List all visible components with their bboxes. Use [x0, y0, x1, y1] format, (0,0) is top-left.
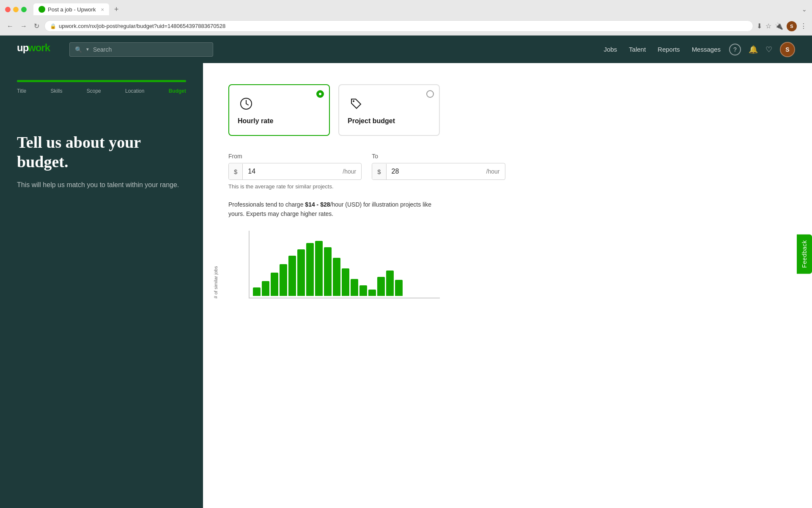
- chart-bar: [395, 280, 403, 296]
- chart-bar: [280, 264, 287, 296]
- step-scope[interactable]: Scope: [87, 88, 101, 94]
- clock-icon: [238, 95, 255, 112]
- progress-steps: Title Skills Scope Location Budget: [17, 88, 186, 94]
- progress-fill: [17, 80, 186, 82]
- left-content: Tell us about your budget. This will hel…: [17, 133, 186, 190]
- browser-chrome: Post a job - Upwork × + ⌄ ← → ↻ 🔒 upwork…: [0, 0, 812, 36]
- feedback-button[interactable]: Feedback: [797, 234, 812, 273]
- chart-bar: [253, 287, 261, 296]
- user-avatar[interactable]: S: [780, 42, 795, 57]
- chart-bar: [288, 256, 296, 296]
- chart-bar: [324, 247, 332, 296]
- rate-section: From $ /hour To $ /hour: [228, 153, 440, 190]
- search-icon: 🔍: [75, 46, 82, 53]
- progress-container: Title Skills Scope Location Budget: [17, 80, 186, 94]
- to-group: To $ /hour: [372, 153, 505, 180]
- refresh-button[interactable]: ↻: [32, 20, 41, 32]
- from-input[interactable]: [243, 163, 337, 179]
- to-input[interactable]: [387, 163, 481, 179]
- wishlist-icon[interactable]: ♡: [765, 45, 772, 54]
- page-heading: Tell us about your budget.: [17, 133, 186, 171]
- info-text: Professionals tend to charge $14 - $28/h…: [228, 200, 440, 219]
- hourly-radio[interactable]: [316, 90, 324, 98]
- browser-menu-button[interactable]: ⋮: [800, 22, 807, 30]
- extension-button[interactable]: 🔌: [775, 22, 783, 30]
- minimize-dot[interactable]: [13, 7, 19, 12]
- hourly-rate-label: Hourly rate: [238, 117, 273, 125]
- search-bar[interactable]: 🔍 ▼ Search: [69, 42, 213, 57]
- info-rate-range: $14 - $28: [305, 201, 330, 208]
- page-subtext: This will help us match you to talent wi…: [17, 180, 186, 190]
- address-bar[interactable]: 🔒 upwork.com/nx/job-post/regular/budget?…: [44, 20, 753, 32]
- upwork-logo[interactable]: up work: [17, 42, 59, 57]
- svg-point-5: [353, 100, 354, 102]
- chart-bar: [262, 281, 269, 296]
- rate-row: From $ /hour To $ /hour: [228, 153, 440, 180]
- nav-reports[interactable]: Reports: [658, 46, 680, 53]
- expand-tabs-icon[interactable]: ⌄: [802, 6, 807, 13]
- to-input-wrap: $ /hour: [372, 163, 505, 180]
- browser-profile[interactable]: S: [787, 21, 797, 31]
- left-panel: Title Skills Scope Location Budget Tell …: [0, 63, 203, 508]
- address-text: upwork.com/nx/job-post/regular/budget?ui…: [59, 23, 748, 29]
- chart-bar: [377, 277, 385, 296]
- right-content: Hourly rate Project budget: [228, 84, 440, 298]
- new-tab-button[interactable]: +: [114, 5, 119, 14]
- rate-hint: This is the average rate for similar pro…: [228, 183, 440, 190]
- step-title[interactable]: Title: [17, 88, 26, 94]
- tab-close-button[interactable]: ×: [101, 6, 104, 13]
- from-label: From: [228, 153, 362, 160]
- to-label: To: [372, 153, 505, 160]
- chart-section: # of similar jobs: [228, 231, 440, 298]
- project-budget-card[interactable]: Project budget: [338, 84, 440, 136]
- svg-text:work: work: [27, 42, 51, 53]
- feedback-container: Feedback: [797, 234, 812, 273]
- svg-text:up: up: [17, 42, 29, 53]
- close-dot[interactable]: [5, 7, 11, 12]
- chart-bar: [333, 258, 340, 296]
- to-unit: /hour: [481, 164, 505, 179]
- main-content: Title Skills Scope Location Budget Tell …: [0, 63, 812, 508]
- from-group: From $ /hour: [228, 153, 362, 180]
- tab-label: Post a job - Upwork: [48, 6, 96, 13]
- maximize-dot[interactable]: [21, 7, 27, 12]
- hourly-rate-card[interactable]: Hourly rate: [228, 84, 330, 136]
- project-budget-label: Project budget: [348, 117, 395, 125]
- step-location[interactable]: Location: [125, 88, 144, 94]
- chart-bars: [253, 235, 403, 298]
- chart-bar: [386, 271, 394, 296]
- chart-bar: [359, 285, 367, 296]
- browser-actions: ⬇ ☆ 🔌 S ⋮: [757, 21, 807, 31]
- nav-talent[interactable]: Talent: [629, 46, 646, 53]
- tab-favicon: [38, 6, 45, 13]
- back-button[interactable]: ←: [5, 21, 15, 32]
- step-budget[interactable]: Budget: [169, 88, 186, 94]
- download-button[interactable]: ⬇: [757, 22, 762, 30]
- chart-bar: [342, 268, 349, 296]
- browser-tab[interactable]: Post a job - Upwork ×: [33, 3, 109, 15]
- main-nav: Jobs Talent Reports Messages: [604, 46, 721, 53]
- search-dropdown-icon[interactable]: ▼: [85, 47, 90, 52]
- chart-bar: [271, 273, 278, 296]
- info-prefix: Professionals tend to charge: [228, 201, 305, 208]
- to-currency: $: [372, 164, 386, 179]
- chart-y-label: # of similar jobs: [213, 231, 218, 298]
- forward-button[interactable]: →: [19, 21, 29, 32]
- budget-type-row: Hourly rate Project budget: [228, 84, 440, 136]
- notifications-icon[interactable]: 🔔: [749, 45, 758, 54]
- help-icon[interactable]: ?: [729, 44, 741, 55]
- chart-bar: [297, 249, 305, 296]
- site-header: up work 🔍 ▼ Search Jobs Talent Reports M…: [0, 36, 812, 63]
- nav-messages[interactable]: Messages: [692, 46, 721, 53]
- nav-jobs[interactable]: Jobs: [604, 46, 617, 53]
- header-icons: ? 🔔 ♡ S: [729, 42, 795, 57]
- search-placeholder: Search: [93, 46, 112, 53]
- bookmark-button[interactable]: ☆: [765, 22, 771, 30]
- from-unit: /hour: [337, 164, 361, 179]
- step-skills[interactable]: Skills: [50, 88, 62, 94]
- project-radio[interactable]: [426, 90, 434, 98]
- right-panel: Hourly rate Project budget: [203, 63, 812, 508]
- tag-icon: [348, 95, 365, 112]
- svg-line-4: [246, 104, 248, 105]
- progress-track: [17, 80, 186, 82]
